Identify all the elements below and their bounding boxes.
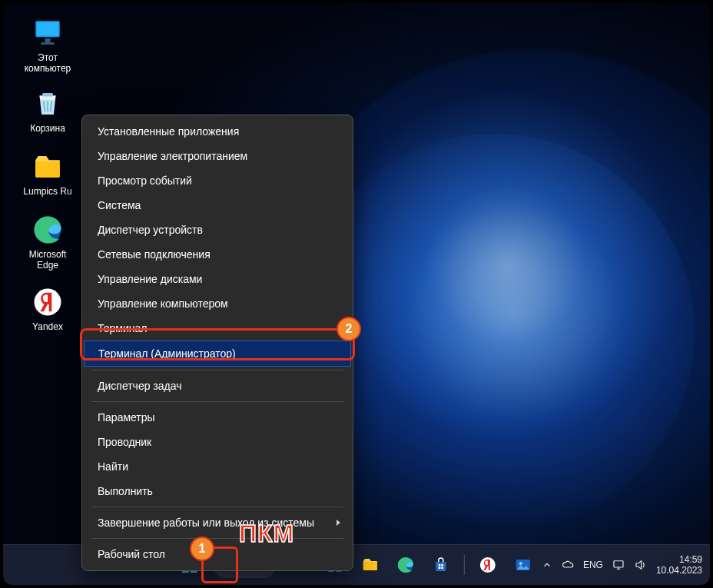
menu-network-connections[interactable]: Сетевые подключения — [84, 242, 351, 267]
icon-label: Корзина — [17, 123, 78, 134]
photos-icon — [514, 556, 532, 574]
system-tray: ENG 14:59 10.04.2023 — [542, 554, 702, 576]
store-icon — [432, 556, 450, 574]
volume-icon[interactable] — [634, 558, 648, 572]
tray-time: 14:59 — [656, 554, 702, 565]
winx-context-menu: Установленные приложения Управление элек… — [81, 115, 353, 571]
folder-icon — [361, 556, 380, 574]
svg-rect-1 — [37, 22, 58, 36]
menu-shutdown-signout[interactable]: Завершение работы или выход из системы — [84, 510, 351, 535]
svg-rect-2 — [45, 38, 51, 42]
annotation-badge-2: 2 — [337, 317, 361, 341]
monitor-icon — [32, 17, 64, 49]
svg-rect-22 — [439, 567, 441, 570]
svg-rect-4 — [42, 93, 53, 96]
taskbar-separator — [464, 555, 465, 575]
menu-event-viewer[interactable]: Просмотр событий — [84, 168, 351, 193]
separator — [91, 401, 343, 402]
menu-terminal-admin[interactable]: Терминал (Администратор) — [84, 341, 351, 367]
yandex-icon — [32, 286, 64, 318]
chevron-up-icon[interactable] — [542, 560, 552, 570]
separator — [91, 507, 343, 507]
menu-file-explorer[interactable]: Проводник — [84, 430, 351, 454]
svg-rect-23 — [442, 567, 444, 570]
annotation-badge-1: 1 — [190, 537, 214, 561]
menu-disk-management[interactable]: Управление дисками — [84, 267, 351, 291]
taskbar-store[interactable] — [426, 550, 456, 580]
menu-installed-apps[interactable]: Установленные приложения — [84, 119, 351, 144]
tray-clock[interactable]: 14:59 10.04.2023 — [656, 554, 702, 576]
icon-label: Lumpics Ru — [17, 186, 78, 197]
taskbar-explorer[interactable] — [355, 550, 386, 580]
menu-computer-management[interactable]: Управление компьютером — [84, 291, 351, 316]
annotation-rmb-label: ПКМ — [239, 520, 294, 548]
svg-rect-27 — [614, 561, 623, 567]
onedrive-icon[interactable] — [561, 558, 575, 572]
yandex-icon — [479, 556, 497, 574]
separator — [91, 538, 343, 539]
menu-terminal[interactable]: Терминал — [84, 316, 351, 341]
separator — [91, 370, 343, 370]
menu-settings[interactable]: Параметры — [84, 405, 351, 430]
desktop-icon-edge[interactable]: Microsoft Edge — [17, 214, 78, 271]
icon-label: Microsoft Edge — [17, 249, 78, 271]
desktop-icon-recycle-bin[interactable]: Корзина — [17, 88, 78, 134]
taskbar-yandex[interactable] — [473, 550, 503, 580]
tray-date: 10.04.2023 — [656, 565, 702, 576]
desktop[interactable]: Этот компьютер Корзина Lumpics Ru Micros… — [3, 3, 710, 585]
taskbar-photos[interactable] — [508, 550, 539, 580]
desktop-icon-folder[interactable]: Lumpics Ru — [17, 151, 78, 197]
folder-icon — [32, 151, 64, 183]
svg-point-26 — [519, 562, 522, 565]
svg-rect-20 — [439, 564, 441, 566]
edge-icon — [396, 556, 415, 574]
menu-system[interactable]: Система — [84, 193, 351, 218]
menu-task-manager[interactable]: Диспетчер задач — [84, 374, 351, 398]
network-icon[interactable] — [612, 558, 625, 572]
menu-power-options[interactable]: Управление электропитанием — [84, 144, 351, 168]
svg-rect-3 — [41, 42, 55, 45]
menu-run[interactable]: Выполнить — [84, 479, 351, 503]
trash-icon — [32, 88, 64, 120]
icon-label: Этот компьютер — [17, 52, 78, 74]
taskbar-edge[interactable] — [390, 550, 421, 580]
desktop-icon-yandex[interactable]: Yandex — [17, 286, 78, 332]
tray-language[interactable]: ENG — [583, 560, 603, 570]
icon-label: Yandex — [17, 321, 78, 332]
menu-desktop[interactable]: Рабочий стол — [84, 542, 351, 566]
menu-search[interactable]: Найти — [84, 454, 351, 479]
menu-device-manager[interactable]: Диспетчер устройств — [84, 218, 351, 242]
edge-icon — [32, 214, 64, 246]
desktop-icon-this-pc[interactable]: Этот компьютер — [17, 17, 78, 74]
svg-rect-21 — [442, 564, 444, 566]
